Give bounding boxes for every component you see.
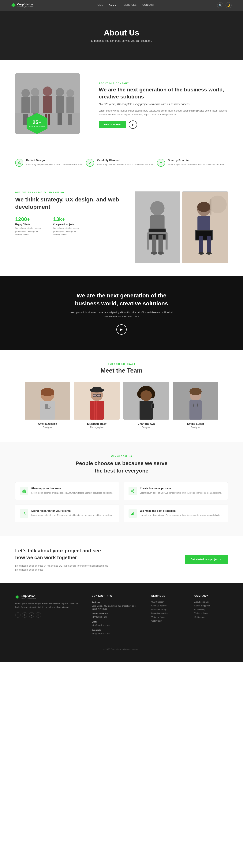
get-started-button[interactable]: Get started on a project → — [185, 555, 228, 564]
stat-clients-number: 1200+ — [15, 216, 45, 222]
footer-copyright: © 2023 Corp Vision. All rights reserved. — [103, 648, 140, 650]
stat-clients-desc: We help our clients increase profits by … — [15, 226, 45, 237]
social-youtube[interactable]: ▶ — [36, 612, 41, 618]
cta-desc: Lorem ipsum dolor sit amet. Ut felit bea… — [15, 564, 110, 572]
svg-point-27 — [150, 201, 164, 215]
nav-contact[interactable]: CONTACT — [142, 4, 155, 7]
why-card-strategies-title: We make the best strategies — [140, 509, 221, 512]
footer-company-col: COMPANY About company Latest Blog posts … — [194, 594, 228, 637]
search-button[interactable]: 🔍 — [217, 2, 223, 8]
strategy-tag: WEB DESIGN AND DIGITAL MARKETING — [15, 191, 127, 193]
footer-contact-phone: Phone Number : +1(21) 234 4567 — [92, 612, 142, 619]
why-card-process-title: Create business process — [140, 487, 221, 490]
svg-point-6 — [43, 87, 52, 96]
video-banner-desc: Lorem ipsum dolor sit amet consectetur a… — [68, 311, 175, 319]
execute-icon — [157, 159, 165, 167]
read-more-button[interactable]: Read More — [99, 121, 126, 128]
play-button[interactable]: ▶ — [129, 120, 137, 129]
svg-line-88 — [132, 490, 133, 491]
team-photo-elizabeth — [74, 382, 120, 420]
svg-line-91 — [25, 514, 26, 515]
why-card-planning-title: Planning your business — [31, 487, 113, 490]
team-name-4: Emma Susan — [173, 422, 218, 425]
team-role-2: Photographer — [74, 426, 120, 429]
footer-company-3: Our Gallery — [194, 608, 228, 611]
svg-rect-92 — [131, 514, 132, 515]
svg-rect-9 — [56, 96, 64, 113]
strategy-photo-2 — [182, 191, 228, 263]
svg-rect-31 — [152, 236, 156, 253]
feature-execute-title: Smartly Execute — [168, 159, 225, 162]
svg-point-86 — [131, 491, 132, 492]
navbar-logo[interactable]: Corp Vision Vision to your Future — [11, 3, 33, 8]
svg-point-39 — [209, 195, 227, 213]
hero-section: About Us Experience you can trust, servi… — [0, 11, 243, 60]
feature-design-title: Perfect Design — [26, 159, 83, 162]
footer-company-4: Vision to future — [194, 612, 228, 614]
about-tag: ABOUT OUR COMPANY — [99, 82, 228, 85]
feature-execute: Smartly Execute Amas a ligula quam risqu… — [157, 159, 228, 167]
team-name-2: Elizabeth Tracy — [74, 422, 120, 425]
svg-rect-22 — [70, 114, 72, 125]
footer-company-heading: COMPANY — [194, 594, 228, 597]
svg-rect-53 — [40, 401, 55, 420]
footer-contact-address: Address : Corp Vision, 343 marketing, #2… — [92, 601, 142, 611]
strategy-images — [134, 191, 228, 263]
nav-about[interactable]: ABOUT — [109, 4, 118, 7]
team-role-4: Designer — [173, 426, 218, 429]
footer-logo-sub: Vision to your Future — [21, 597, 36, 599]
about-lead: Over 25 years, We complete every project… — [99, 102, 228, 106]
strategy-section: WEB DESIGN AND DIGITAL MARKETING We thin… — [0, 178, 243, 276]
feature-design-desc: Amas a ligula quam risque et ut justo. D… — [26, 163, 83, 166]
team-heading: Meet the Team — [15, 367, 228, 374]
svg-rect-46 — [199, 236, 203, 253]
svg-rect-5 — [31, 96, 39, 113]
svg-rect-13 — [23, 114, 26, 125]
svg-point-8 — [56, 88, 64, 96]
footer-logo-name: Corp Vision — [21, 594, 36, 597]
footer-bottom: © 2023 Corp Vision. All rights reserved. — [15, 644, 228, 650]
cta-right: Get started on a project → — [185, 555, 228, 564]
footer-company-2: Latest Blog posts — [194, 604, 228, 607]
strategy-heading: We think strategy, UX design, and web de… — [15, 196, 127, 211]
hero-title: About Us — [104, 28, 139, 37]
svg-point-87 — [133, 492, 134, 493]
footer-social: f t in ▶ — [15, 612, 82, 618]
team-name-3: Charlotte Ava — [123, 422, 169, 425]
footer-contact-email: Email : info@corpizon.com — [92, 620, 142, 627]
theme-toggle-button[interactable]: 🌙 — [225, 2, 232, 8]
feature-design: Perfect Design Amas a ligula quam risque… — [15, 159, 86, 167]
svg-point-24 — [86, 159, 94, 166]
svg-rect-76 — [152, 404, 154, 408]
svg-point-79 — [189, 388, 202, 395]
footer-grid: Corp Vision Vision to your Future Lorem … — [15, 594, 228, 637]
video-play-button[interactable]: ▶ — [116, 324, 127, 335]
social-twitter[interactable]: t — [22, 612, 27, 618]
svg-rect-7 — [43, 96, 52, 114]
hero-subtitle: Experience you can trust, service you ca… — [91, 39, 152, 42]
footer-services-heading: SERVICES — [151, 594, 185, 597]
design-icon — [15, 159, 23, 167]
social-linkedin[interactable]: in — [29, 612, 34, 618]
svg-rect-54 — [44, 404, 49, 409]
svg-point-10 — [66, 89, 74, 97]
svg-rect-20 — [60, 113, 62, 125]
svg-point-2 — [22, 89, 30, 97]
svg-point-73 — [141, 391, 152, 400]
share-icon — [128, 487, 137, 495]
footer: Corp Vision Vision to your Future Lorem … — [0, 583, 243, 662]
video-banner-section: We are the next generation of the busine… — [0, 276, 243, 350]
features-row: Perfect Design Amas a ligula quam risque… — [0, 151, 243, 178]
nav-home[interactable]: HOME — [96, 4, 103, 7]
svg-point-23 — [16, 159, 23, 166]
strategy-stats: 1200+ Happy Clients We help our clients … — [15, 216, 127, 237]
team-grid: Amelia Jessica Designer — [15, 382, 228, 429]
nav-services[interactable]: SERVICES — [124, 4, 137, 7]
feature-plan-desc: Amas a ligula quam risque et ut justo. D… — [97, 163, 154, 166]
footer-services-col: SERVICES UI/UX Design Creative agency Po… — [151, 594, 185, 637]
footer-contact-support: Support : info@corpizon.com — [92, 628, 142, 635]
social-facebook[interactable]: f — [15, 612, 21, 618]
svg-rect-58 — [93, 387, 101, 391]
about-body: Lorem ipsum viverra feugiat. Pellen tesq… — [99, 109, 228, 117]
svg-point-33 — [151, 251, 157, 254]
